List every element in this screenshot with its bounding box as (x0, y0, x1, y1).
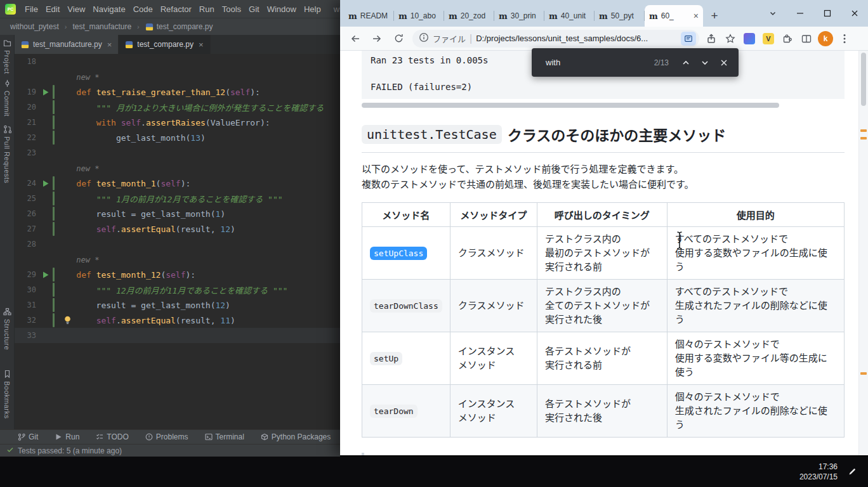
back-icon[interactable] (345, 29, 365, 49)
code-line[interactable]: 27 self.assertEqual(result, 12) (15, 221, 340, 237)
close-tab-icon[interactable]: × (694, 11, 699, 21)
find-previous-icon[interactable] (676, 53, 695, 72)
code-line[interactable]: 26 result = get_last_month(1) (15, 206, 340, 221)
breadcrumb-item[interactable]: test_compare.py (144, 21, 214, 32)
line-number: 31 (15, 301, 40, 309)
tool-window-button-bookmarks[interactable]: Bookmarks (0, 370, 14, 419)
browser-window: m READM m 10_abo m 20_zod m 30_prin m 40… (340, 0, 868, 455)
menu-item-git[interactable]: Git (245, 3, 263, 16)
menu-item-run[interactable]: Run (195, 3, 218, 16)
maximize-button[interactable] (813, 0, 841, 27)
browser-tab-50-pyt[interactable]: m 50_pyt (595, 5, 645, 27)
code-line[interactable]: 30 """ 12月の前月が11月であることを確認する """ (15, 282, 340, 297)
code-line[interactable]: 33 (15, 328, 340, 343)
code-editor[interactable]: 18 new *19 def test_raise_greater_than_1… (15, 54, 340, 429)
menu-item-edit[interactable]: Edit (42, 3, 63, 16)
breadcrumb-item[interactable]: test_manufacture (71, 21, 133, 32)
table-cell-timing: 各テストメソッドが 実行された後 (537, 385, 667, 438)
menu-item-window[interactable]: Window (263, 3, 300, 16)
menu-item-tools[interactable]: Tools (218, 3, 245, 16)
method-name-chip: setUp (370, 352, 402, 365)
run-test-icon[interactable] (40, 180, 51, 187)
find-close-icon[interactable] (714, 53, 733, 72)
editor-tab-test-compare-py[interactable]: test_compare.py × (119, 35, 210, 54)
run-test-icon[interactable] (40, 271, 51, 278)
minimize-button[interactable] (786, 0, 813, 27)
tool-button-todo[interactable]: TODO (96, 432, 128, 441)
menu-item-navigate[interactable]: Navigate (89, 3, 129, 16)
profile-avatar[interactable]: k (816, 29, 835, 48)
pycharm-titlebar: PC FileEditViewNavigateCodeRefactorRunTo… (0, 0, 340, 18)
breadcrumb-item[interactable]: without_pytest (9, 21, 60, 32)
ime-pen-icon[interactable] (844, 464, 860, 480)
browser-tab-readm[interactable]: m READM (344, 5, 394, 27)
browser-tab-40-unit[interactable]: m 40_unit (544, 5, 595, 27)
code-line[interactable]: 22 get_last_month(13) (15, 130, 340, 145)
run-test-icon[interactable] (40, 89, 51, 96)
code-line[interactable]: 19 def test_raise_greater_than_12(self): (15, 84, 340, 100)
editor-tab-test-manufacture-py[interactable]: test_manufacture.py × (15, 35, 119, 54)
page-action-icon[interactable] (681, 32, 696, 46)
browser-tab-60-[interactable]: m 60_ × (645, 5, 703, 27)
browser-tab-20-zod[interactable]: m 20_zod (444, 5, 494, 27)
vertical-scrollbar[interactable] (858, 51, 868, 455)
inlay-hint-row: new * (15, 252, 340, 267)
tray-date: 2023/07/15 (799, 472, 838, 482)
code-line[interactable]: 28 (15, 237, 340, 252)
code-line[interactable]: 29 def test_month_12(self): (15, 267, 340, 282)
tool-button-problems[interactable]: Problems (145, 432, 188, 441)
menu-item-view[interactable]: View (63, 3, 89, 16)
share-icon[interactable] (702, 29, 721, 48)
find-match-count: 2/13 (654, 58, 669, 67)
code-line[interactable]: 20 """ 月が12より大きい場合に例外が発生することを確認する (15, 100, 340, 115)
intention-bulb-icon[interactable] (64, 316, 71, 327)
close-tab-icon[interactable]: × (199, 40, 204, 49)
line-number: 25 (15, 194, 40, 203)
code-line[interactable]: 24 def test_month_1(self): (15, 176, 340, 191)
browser-tab-label: READM (360, 11, 390, 20)
tool-window-button-commit[interactable]: Commit (0, 79, 14, 117)
refresh-icon[interactable] (388, 29, 409, 49)
find-next-icon[interactable] (695, 53, 714, 72)
tool-button-run[interactable]: Run (55, 432, 79, 441)
close-tab-icon[interactable]: × (107, 40, 112, 49)
tool-window-button-project[interactable]: Project (0, 39, 14, 74)
address-bar[interactable]: ファイル | D:/projects/lessons/unit_test_sam… (412, 30, 699, 48)
code-line[interactable]: 25 """ 1月の前月が12月であることを確認する """ (15, 191, 340, 206)
tool-window-button-pull-requests[interactable]: Pull Requests (0, 125, 14, 183)
extension-icon[interactable] (740, 29, 759, 48)
code-line[interactable]: 32 self.assertEqual(result, 11) (15, 313, 340, 328)
tool-button-python-packages[interactable]: Python Packages (261, 432, 331, 441)
close-button[interactable] (841, 0, 868, 27)
favorites-star-icon[interactable] (721, 29, 740, 48)
menu-item-code[interactable]: Code (129, 3, 157, 16)
browser-tab-30-prin[interactable]: m 30_prin (494, 5, 544, 27)
menu-item-refactor[interactable]: Refactor (157, 3, 195, 16)
code-line[interactable]: 18 (15, 54, 340, 69)
browser-tab-10-abo[interactable]: m 10_abo (394, 5, 444, 27)
status-bar[interactable]: Tests passed: 5 (a minute ago) (0, 444, 340, 457)
tool-window-button-structure[interactable]: Structure (0, 308, 14, 350)
split-screen-icon[interactable] (797, 29, 816, 48)
vertical-scrollbar-thumb[interactable] (861, 53, 866, 106)
menu-item-file[interactable]: File (21, 3, 42, 16)
tool-button-git[interactable]: Git (18, 432, 38, 441)
horizontal-scrollbar-thumb[interactable] (362, 103, 779, 108)
menu-kebab-icon[interactable] (835, 29, 854, 48)
extension-v-icon[interactable]: V (759, 29, 778, 48)
forward-icon[interactable] (367, 29, 387, 49)
find-query[interactable]: with (546, 58, 654, 67)
new-tab-button[interactable]: + (706, 7, 723, 25)
code-line[interactable]: 23 (15, 145, 340, 160)
extensions-puzzle-icon[interactable] (778, 29, 797, 48)
tool-button-terminal[interactable]: Terminal (205, 432, 244, 441)
tray-clock[interactable]: 17:36 2023/07/15 (799, 462, 838, 482)
tab-search-chevron-icon[interactable] (759, 0, 786, 27)
menu-item-help[interactable]: Help (300, 3, 325, 16)
page-info-icon[interactable] (419, 32, 429, 45)
heading-text: クラスのそのほかの主要メソッド (508, 124, 727, 145)
code-line[interactable]: 21 with self.assertRaises(ValueError): (15, 115, 340, 130)
code-line[interactable]: 31 result = get_last_month(12) (15, 297, 340, 313)
horizontal-scrollbar[interactable] (362, 102, 845, 108)
tool-button-label: Run (65, 432, 79, 441)
